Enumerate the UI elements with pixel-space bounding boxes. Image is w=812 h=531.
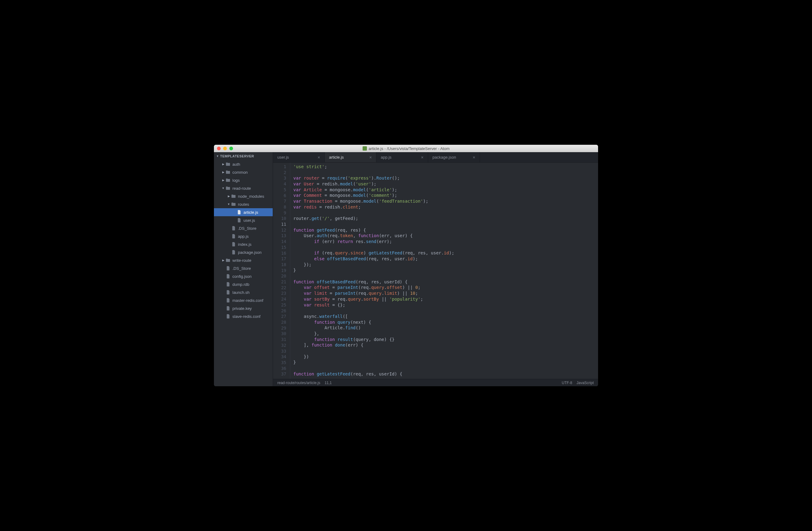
code-line[interactable]: Article.find() xyxy=(293,325,598,331)
folder-read-route[interactable]: ▼read-route xyxy=(214,184,273,192)
folder-common[interactable]: ▶common xyxy=(214,168,273,176)
line-number[interactable]: 18 xyxy=(273,262,286,268)
line-number[interactable]: 27 xyxy=(273,313,286,319)
code-line[interactable]: }, xyxy=(293,331,598,337)
folder-node-modules[interactable]: ▶node_modules xyxy=(214,192,273,200)
tab-user-js[interactable]: user.js× xyxy=(273,152,325,162)
code-line[interactable] xyxy=(293,365,598,371)
file-user-js[interactable]: user.js xyxy=(214,216,273,224)
line-number[interactable]: 10 xyxy=(273,215,286,222)
status-path[interactable]: read-route/routes/article.js xyxy=(277,381,320,385)
line-number[interactable]: 13 xyxy=(273,233,286,239)
code-line[interactable]: var Comment = mongoose.model('comment'); xyxy=(293,193,598,198)
close-icon[interactable]: × xyxy=(318,155,320,160)
tab-article-js[interactable]: article.js× xyxy=(325,152,376,162)
line-number[interactable]: 7 xyxy=(273,198,286,204)
file-launch-sh[interactable]: launch.sh xyxy=(214,288,273,296)
line-number[interactable]: 15 xyxy=(273,244,286,250)
line-number-gutter[interactable]: 1234567891011121314151617181920212223242… xyxy=(273,163,290,379)
code-line[interactable]: function result(query, done) {} xyxy=(293,337,598,343)
file-config-json[interactable]: config.json xyxy=(214,272,273,280)
file-private-key[interactable]: private.key xyxy=(214,304,273,312)
folder-logs[interactable]: ▶logs xyxy=(214,176,273,184)
code-line[interactable]: if (req.query.since) getLatestFeed(req, … xyxy=(293,250,598,256)
file--ds-store[interactable]: .DS_Store xyxy=(214,224,273,232)
line-number[interactable]: 31 xyxy=(273,337,286,343)
project-tree[interactable]: ▼TEMPLATESERVER▶auth▶common▶logs▼read-ro… xyxy=(214,152,273,386)
code-line[interactable] xyxy=(293,348,598,354)
code-line[interactable]: }) xyxy=(293,354,598,360)
line-number[interactable]: 33 xyxy=(273,348,286,354)
file-article-js[interactable]: article.js xyxy=(214,208,273,216)
line-number[interactable]: 22 xyxy=(273,285,286,291)
line-number[interactable]: 30 xyxy=(273,331,286,337)
code-line[interactable]: else offsetBasedFeed(req, res, user.id); xyxy=(293,256,598,262)
code-line[interactable]: var router = require('express').Router()… xyxy=(293,175,598,181)
code-line[interactable]: } xyxy=(293,360,598,365)
line-number[interactable]: 4 xyxy=(273,181,286,187)
line-number[interactable]: 23 xyxy=(273,291,286,296)
code-line[interactable]: router.get('/', getFeed); xyxy=(293,215,598,222)
code-content[interactable]: 'use strict'; var router = require('expr… xyxy=(290,163,598,379)
line-number[interactable]: 37 xyxy=(273,371,286,377)
line-number[interactable]: 11 xyxy=(273,222,286,227)
file-dump-rdb[interactable]: dump.rdb xyxy=(214,280,273,288)
line-number[interactable]: 14 xyxy=(273,239,286,244)
line-number[interactable]: 9 xyxy=(273,210,286,216)
file--ds-store[interactable]: .DS_Store xyxy=(214,264,273,272)
code-line[interactable] xyxy=(293,244,598,250)
code-line[interactable] xyxy=(293,222,598,227)
code-line[interactable]: var sortBy = req.query.sortBy || 'popula… xyxy=(293,296,598,302)
file-app-js[interactable]: app.js xyxy=(214,232,273,240)
code-line[interactable] xyxy=(293,170,598,176)
line-number[interactable]: 6 xyxy=(273,193,286,199)
code-line[interactable]: var User = redish.model('user'); xyxy=(293,181,598,187)
line-number[interactable]: 19 xyxy=(273,268,286,274)
line-number[interactable]: 5 xyxy=(273,187,286,193)
close-icon[interactable]: × xyxy=(473,155,475,160)
file-slave-redis-conf[interactable]: slave-redis.conf xyxy=(214,312,273,320)
text-editor[interactable]: 1234567891011121314151617181920212223242… xyxy=(273,163,598,379)
line-number[interactable]: 8 xyxy=(273,204,286,210)
code-line[interactable]: function getFeed(req, res) { xyxy=(293,227,598,233)
tab-app-js[interactable]: app.js× xyxy=(376,152,428,162)
line-number[interactable]: 16 xyxy=(273,250,286,256)
line-number[interactable]: 28 xyxy=(273,319,286,325)
status-encoding[interactable]: UTF-8 xyxy=(562,381,572,385)
code-line[interactable] xyxy=(293,273,598,279)
code-line[interactable]: var redis = redish.client; xyxy=(293,204,598,210)
titlebar[interactable]: article.js - /Users/vista/TemplateServer… xyxy=(214,145,598,152)
status-cursor[interactable]: 11,1 xyxy=(324,381,332,385)
line-number[interactable]: 36 xyxy=(273,366,286,372)
status-grammar[interactable]: JavaScript xyxy=(577,381,594,385)
line-number[interactable]: 24 xyxy=(273,296,286,302)
folder-write-route[interactable]: ▶write-route xyxy=(214,256,273,264)
line-number[interactable]: 25 xyxy=(273,302,286,308)
code-line[interactable]: User.auth(req.token, function(err, user)… xyxy=(293,233,598,239)
code-line[interactable]: var offset = parseInt(req.query.offset) … xyxy=(293,284,598,291)
folder-routes[interactable]: ▼routes xyxy=(214,200,273,208)
code-line[interactable]: if (err) return res.send(err); xyxy=(293,239,598,244)
line-number[interactable]: 21 xyxy=(273,279,286,285)
line-number[interactable]: 12 xyxy=(273,227,286,233)
window-minimize-button[interactable] xyxy=(223,146,227,150)
line-number[interactable]: 29 xyxy=(273,325,286,331)
code-line[interactable]: var limit = parseInt(req.query.limit) ||… xyxy=(293,291,598,296)
folder-auth[interactable]: ▶auth xyxy=(214,160,273,168)
line-number[interactable]: 35 xyxy=(273,360,286,366)
code-line[interactable]: async.waterfall([ xyxy=(293,313,598,319)
code-line[interactable]: var Article = mongoose.model('article'); xyxy=(293,187,598,193)
project-root[interactable]: ▼TEMPLATESERVER xyxy=(214,152,273,160)
line-number[interactable]: 20 xyxy=(273,273,286,279)
file-master-redis-conf[interactable]: master-redis.conf xyxy=(214,296,273,304)
line-number[interactable]: 34 xyxy=(273,354,286,360)
line-number[interactable]: 26 xyxy=(273,308,286,314)
window-zoom-button[interactable] xyxy=(229,146,233,150)
code-line[interactable]: var result = {}; xyxy=(293,302,598,308)
code-line[interactable]: 'use strict'; xyxy=(293,164,598,170)
code-line[interactable] xyxy=(293,210,598,216)
line-number[interactable]: 32 xyxy=(273,343,286,348)
code-line[interactable]: function getLatestFeed(req, res, userId)… xyxy=(293,371,598,377)
file-package-json[interactable]: package.json xyxy=(214,248,273,256)
file-index-js[interactable]: index.js xyxy=(214,240,273,248)
